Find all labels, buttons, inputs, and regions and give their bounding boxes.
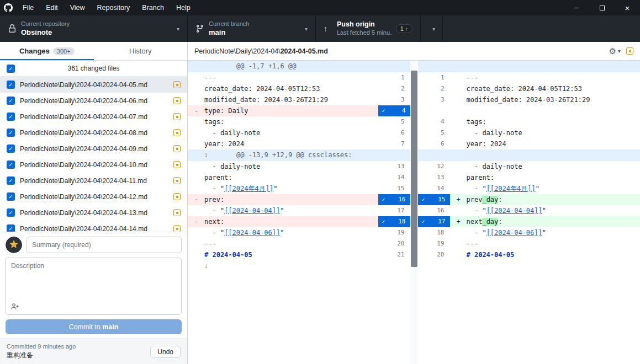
menu-file[interactable]: File xyxy=(17,0,40,15)
file-checkbox[interactable]: ✓ xyxy=(7,129,15,137)
file-row[interactable]: ✓PeriodicNote\Daily\2024-04\2024-04-13.m… xyxy=(0,205,187,221)
old-code-cell: - daily-note xyxy=(188,161,378,172)
tab-changes-label: Changes xyxy=(19,47,50,55)
file-checkbox[interactable]: ✓ xyxy=(7,176,15,185)
wiki-link: [[2024年4月]] xyxy=(486,185,536,192)
file-checkbox[interactable]: ✓ xyxy=(7,144,15,153)
old-code-cell: create_date: 2024-04-05T12:53 xyxy=(188,83,378,94)
push-sublabel: Last fetched 5 minu… xyxy=(337,29,393,37)
repository-lock-icon xyxy=(8,24,21,33)
old-line-number[interactable]: ✓16 xyxy=(378,194,410,205)
old-line-number[interactable]: 2 xyxy=(378,83,410,94)
new-line-number[interactable]: 16 xyxy=(418,205,450,216)
modified-icon xyxy=(173,81,181,88)
new-line-number[interactable]: 19 xyxy=(418,238,450,249)
modified-status-icon xyxy=(626,47,633,55)
new-line-number[interactable]: 14 xyxy=(418,183,450,194)
repository-selector[interactable]: Current repository Obsinote ▾ xyxy=(0,15,188,42)
new-line-number[interactable]: 3 xyxy=(418,94,450,105)
old-line-number[interactable]: 5 xyxy=(378,116,410,127)
maximize-button[interactable] xyxy=(589,0,615,15)
old-line-number[interactable]: 3 xyxy=(378,94,410,105)
file-list: ✓PeriodicNote\Daily\2024-04\2024-04-05.m… xyxy=(0,77,187,232)
new-line-number[interactable]: 12 xyxy=(418,161,450,172)
file-row[interactable]: ✓PeriodicNote\Daily\2024-04\2024-04-05.m… xyxy=(0,77,187,93)
modified-icon xyxy=(173,129,181,136)
tab-history[interactable]: History xyxy=(94,42,188,60)
old-line-number[interactable]: 21 xyxy=(378,249,410,260)
file-row[interactable]: ✓PeriodicNote\Daily\2024-04\2024-04-07.m… xyxy=(0,109,187,125)
diff-body: @@ -1,7 +1,6 @@---11---create_date: 2024… xyxy=(188,61,640,364)
badge-up-arrow-icon: ↑ xyxy=(405,26,408,32)
file-checkbox[interactable]: ✓ xyxy=(7,97,15,105)
file-row[interactable]: ✓PeriodicNote\Daily\2024-04\2024-04-12.m… xyxy=(0,189,187,205)
menu-repository[interactable]: Repository xyxy=(91,0,136,15)
menu-help[interactable]: Help xyxy=(170,0,197,15)
diff-options-button[interactable]: ⚙ ▾ xyxy=(609,46,621,56)
old-code-cell: # 2024-04-05 xyxy=(188,249,378,260)
new-code-cell: - "[[2024年4月]]" xyxy=(450,183,640,194)
new-line-number[interactable]: 13 xyxy=(418,172,450,183)
file-checkbox[interactable]: ✓ xyxy=(7,113,15,121)
new-line-number[interactable]: 1 xyxy=(418,72,450,83)
file-row[interactable]: ✓PeriodicNote\Daily\2024-04\2024-04-09.m… xyxy=(0,141,187,157)
app-window: FileEditViewRepositoryBranchHelp × Curre… xyxy=(0,0,640,364)
push-options-dropdown[interactable]: ▾ xyxy=(421,15,443,42)
new-line-number[interactable]: ✓15 xyxy=(418,194,450,205)
new-line-number[interactable]: ✓17 xyxy=(418,216,450,227)
old-line-number[interactable]: 17 xyxy=(378,205,410,216)
diff-scrollbar[interactable] xyxy=(410,61,418,364)
line-check-icon: ✓ xyxy=(382,105,385,116)
summary-input[interactable] xyxy=(27,237,182,253)
old-line-number[interactable]: 6 xyxy=(378,127,410,138)
file-name: PeriodicNote\Daily\2024-04\2024-04-10.md xyxy=(20,161,173,169)
new-line-number[interactable]: 5 xyxy=(418,127,450,138)
old-line-number[interactable]: 19 xyxy=(378,227,410,238)
diff-scrollbar-thumb[interactable] xyxy=(411,71,417,267)
new-line-number[interactable]: 20 xyxy=(418,249,450,260)
push-origin-button[interactable]: ↑ Push origin Last fetched 5 minu… 1 ↑ xyxy=(316,15,421,42)
file-row[interactable]: ✓PeriodicNote\Daily\2024-04\2024-04-10.m… xyxy=(0,157,187,173)
file-row[interactable]: ✓PeriodicNote\Daily\2024-04\2024-04-11.m… xyxy=(0,173,187,189)
file-row[interactable]: ✓PeriodicNote\Daily\2024-04\2024-04-06.m… xyxy=(0,93,187,109)
old-line-number[interactable]: 13 xyxy=(378,161,410,172)
old-line-number[interactable]: 7 xyxy=(378,138,410,149)
description-input[interactable] xyxy=(6,258,181,314)
tab-changes[interactable]: Changes 300+ xyxy=(0,42,94,60)
file-checkbox[interactable]: ✓ xyxy=(7,160,15,169)
undo-button[interactable]: Undo xyxy=(150,346,181,358)
old-line-number[interactable]: 15 xyxy=(378,183,410,194)
old-line-number[interactable]: ✓18 xyxy=(378,216,410,227)
old-line-number[interactable]: 20 xyxy=(378,238,410,249)
old-line-number[interactable]: ✓4 xyxy=(378,105,410,116)
new-line-number[interactable]: 2 xyxy=(418,83,450,94)
minimize-button[interactable] xyxy=(564,0,589,15)
chevron-down-icon: ▾ xyxy=(177,26,179,32)
menu-view[interactable]: View xyxy=(64,0,91,15)
new-line-number[interactable]: 6 xyxy=(418,138,450,149)
expand-down-icon[interactable]: ↓ xyxy=(204,260,208,271)
file-checkbox[interactable]: ✓ xyxy=(7,224,15,232)
changed-files-header: ✓ 361 changed files xyxy=(0,61,187,77)
maximize-icon xyxy=(600,6,605,10)
commit-button[interactable]: Commit to main xyxy=(6,319,182,334)
menu-branch[interactable]: Branch xyxy=(136,0,170,15)
file-checkbox[interactable]: ✓ xyxy=(7,208,15,217)
branch-selector[interactable]: Current branch main ▾ xyxy=(188,15,316,42)
file-checkbox[interactable]: ✓ xyxy=(7,81,15,89)
new-line-number[interactable]: 4 xyxy=(418,116,450,127)
menu-edit[interactable]: Edit xyxy=(40,0,64,15)
file-row[interactable]: ✓PeriodicNote\Daily\2024-04\2024-04-08.m… xyxy=(0,125,187,141)
old-line-number[interactable]: 1 xyxy=(378,72,410,83)
select-all-checkbox[interactable]: ✓ xyxy=(7,65,15,73)
old-line-number[interactable]: 14 xyxy=(378,172,410,183)
expand-hunk-icon[interactable]: ↕ xyxy=(204,149,208,160)
new-line-number[interactable]: 18 xyxy=(418,227,450,238)
file-checkbox[interactable]: ✓ xyxy=(7,192,15,201)
add-coauthor-icon[interactable] xyxy=(10,302,20,312)
new-line-num-value: 17 xyxy=(438,216,445,227)
new-line-number[interactable] xyxy=(418,105,450,116)
file-row[interactable]: ✓PeriodicNote\Daily\2024-04\2024-04-14.m… xyxy=(0,221,187,232)
close-button[interactable]: × xyxy=(615,0,640,15)
github-logo-icon xyxy=(0,3,17,12)
